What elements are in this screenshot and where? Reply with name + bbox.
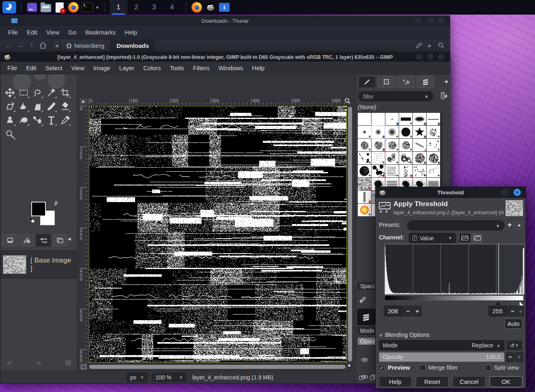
tool-options-icon[interactable]: i [19, 234, 34, 246]
undo-history-icon[interactable] [36, 234, 51, 246]
dock-drag-handle[interactable]: ⋮⋮ [353, 280, 355, 291]
canvas-easel-icon[interactable] [3, 234, 17, 246]
tab-gradients[interactable] [417, 76, 434, 88]
document-edit-icon[interactable] [54, 2, 65, 13]
brush-soft1[interactable]: + [358, 126, 371, 138]
unit-combo[interactable]: px▼ [127, 373, 148, 382]
navigation-preview-icon[interactable]: ⯅ [346, 362, 352, 370]
split-view-checkbox[interactable]: Split view [485, 364, 519, 371]
zoom-tool-icon[interactable] [3, 127, 17, 141]
breadcrumb-home[interactable]: heisenberg [60, 39, 110, 52]
image-canvas[interactable] [89, 106, 347, 362]
smudge-tool-icon[interactable] [17, 113, 30, 127]
brush-ball[interactable]: + [358, 165, 371, 177]
gimp-minimize-button[interactable] [416, 54, 422, 60]
folder-icon[interactable] [40, 2, 52, 13]
home-icon[interactable] [37, 40, 49, 51]
gimp-menu-image[interactable]: Image [89, 63, 115, 73]
brush-ellipse[interactable]: + [413, 113, 426, 125]
low-threshold-marker[interactable] [496, 302, 501, 305]
brush-spots[interactable]: + [358, 152, 371, 164]
layer-opacity-slider[interactable]: Opaci [357, 337, 378, 345]
gimp-menu-colors[interactable]: Colors [139, 63, 165, 73]
workspace-3[interactable]: 3 [145, 0, 163, 15]
brush-sparse[interactable]: + [427, 139, 440, 151]
brush-splat[interactable]: + [358, 139, 371, 151]
horizontal-ruler[interactable]: 0100200300400500600 [88, 98, 351, 105]
high-threshold-input[interactable]: 255 [488, 306, 508, 317]
gimp-menu-help[interactable]: Help [247, 63, 269, 73]
breadcrumb-scroll-left-icon[interactable]: ◀ [53, 39, 60, 52]
vertical-scrollbar[interactable] [348, 107, 352, 362]
gimp-menu-filters[interactable]: Filters [189, 63, 214, 73]
gimp-menu-layer[interactable]: Layer [115, 63, 139, 73]
reset-button[interactable]: Reset [416, 376, 449, 387]
blending-options-expander[interactable]: ▼Blending Options [379, 332, 430, 338]
eraser-tool-icon[interactable] [58, 99, 72, 113]
visibility-eye-icon[interactable] [361, 357, 369, 363]
forward-icon[interactable]: → [15, 40, 26, 51]
brush-soft2[interactable]: + [372, 126, 385, 138]
layers-dialog-icon[interactable] [357, 309, 375, 325]
free-select-tool-icon[interactable] [30, 86, 44, 99]
foreground-color-swatch[interactable] [31, 202, 46, 216]
new-layer-icon[interactable]: 🗋 [358, 374, 364, 381]
thunar-menu-bookmarks[interactable]: Bookmarks [81, 28, 120, 37]
mode-reset-icon[interactable]: ↺▼ [506, 340, 522, 351]
fg-bg-colors[interactable]: ⇄ [29, 201, 55, 225]
channel-combo[interactable]: I Value ▼ [409, 233, 456, 243]
brush-stroke[interactable] [413, 139, 426, 151]
brush-glow[interactable]: + [358, 204, 371, 216]
brush-edit-icon[interactable] [359, 295, 368, 303]
file-manager-icon[interactable] [26, 2, 38, 13]
brush-vsmudge[interactable]: + [358, 191, 371, 203]
dialog-close-icon[interactable]: ✕ [514, 189, 521, 196]
gimp-taskbar-icon[interactable] [205, 2, 216, 13]
gimp-menu-tools[interactable]: Tools [165, 63, 189, 73]
base-image-label[interactable]: [ Base Image ] [30, 256, 75, 273]
presets-menu-icon[interactable]: ◀ [515, 222, 522, 229]
low-decrement-button[interactable]: − [404, 306, 413, 317]
thunar-menu-edit[interactable]: Edit [23, 28, 41, 37]
brush-star[interactable]: + [413, 126, 426, 138]
brush-view-mode-icon[interactable] [440, 92, 447, 99]
horizontal-scrollbar[interactable] [89, 365, 346, 369]
swap-colors-icon[interactable]: ⇄ [52, 199, 59, 207]
add-preset-icon[interactable]: + [507, 220, 512, 229]
thunar-menu-file[interactable]: File [4, 28, 22, 37]
gimp-menu-view[interactable]: View [67, 63, 89, 73]
color-picker-tool-icon[interactable] [58, 113, 72, 127]
downloads-taskbar-icon[interactable]: ⬇ [219, 2, 230, 13]
brush-cells2[interactable]: + [399, 152, 413, 164]
search-icon[interactable] [436, 40, 447, 51]
brush-blank[interactable] [358, 113, 371, 125]
toolbox-collapse-icon[interactable]: ◀ [68, 237, 71, 241]
brush-dog[interactable]: + [427, 165, 440, 177]
brush-filter-combo[interactable]: filter ▼ [358, 91, 434, 101]
redo-icon[interactable]: ↷ [36, 360, 41, 368]
low-threshold-input[interactable]: 208 [384, 306, 403, 317]
reset-colors-icon[interactable] [29, 217, 34, 223]
presets-combo[interactable]: ▼ [407, 220, 505, 230]
crop-tool-icon[interactable] [58, 86, 72, 99]
firefox-taskbar-icon[interactable] [191, 2, 202, 13]
text-tool-icon[interactable] [44, 113, 58, 127]
brush-noise[interactable]: + [358, 178, 371, 190]
paths-tool-icon[interactable] [30, 113, 44, 127]
preview-checkbox[interactable]: ✓Preview [379, 364, 410, 371]
undo-icon[interactable]: ↶ [7, 360, 13, 368]
brush-soft3[interactable]: + [385, 126, 399, 138]
threshold-titlebar[interactable]: Threshold ✕ [376, 187, 526, 198]
gradient-tool-icon[interactable] [30, 99, 44, 113]
high-decrement-button[interactable]: − [508, 306, 517, 317]
help-button[interactable]: Help [379, 376, 412, 387]
vertical-ruler[interactable]: 01 0 02 0 03 0 04 0 05 0 06 0 0 [79, 105, 88, 371]
high-increment-button[interactable]: + [518, 306, 524, 317]
opacity-decrement-button[interactable]: − [506, 352, 514, 362]
ruler-menu-button[interactable]: ▶ [79, 98, 88, 105]
gimp-menu-select[interactable]: Select [41, 63, 67, 73]
dock-collapse-icon[interactable]: ◀ [444, 79, 447, 84]
brush-scratch[interactable]: + [427, 126, 440, 138]
up-icon[interactable]: ↑ [26, 40, 37, 51]
clear-history-icon[interactable] [64, 360, 72, 367]
